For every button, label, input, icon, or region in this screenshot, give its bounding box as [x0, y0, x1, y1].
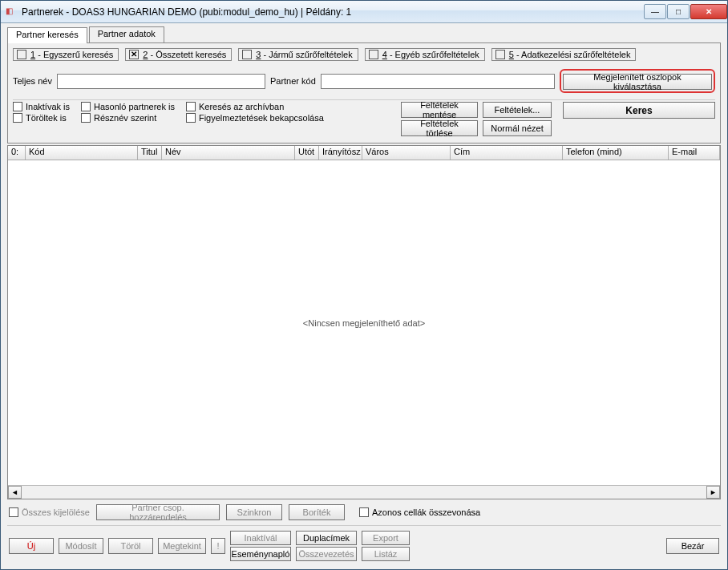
new-button[interactable]: Új [9, 538, 54, 554]
scroll-track[interactable] [22, 486, 706, 499]
grid-header-address[interactable]: Cím [451, 146, 563, 160]
grid-header-title[interactable]: Titul [138, 146, 162, 160]
cond-btn-col-1: Feltételek mentése Feltételek törlése [401, 102, 478, 136]
checkbox-icon [81, 113, 91, 123]
subtab-simple[interactable]: 1 - Egyszerű keresés [13, 48, 119, 61]
check-similar[interactable]: Hasonló partnerek is [81, 102, 175, 111]
check-archive[interactable]: Keresés az archívban [186, 102, 324, 111]
check-inactive[interactable]: Inaktívak is [13, 102, 70, 111]
grid-header-name[interactable]: Név [162, 146, 295, 160]
view-button[interactable]: Megtekint [158, 538, 206, 554]
tab-partner-search[interactable]: Partner keresés [7, 27, 87, 43]
normal-view-button[interactable]: Normál nézet [483, 120, 552, 136]
delete-conditions-button[interactable]: Feltételek törlése [401, 120, 478, 136]
fullname-label: Teljes név [13, 76, 52, 86]
partnercode-input[interactable] [321, 74, 555, 89]
checkbox-icon [13, 113, 22, 123]
delete-button[interactable]: Töröl [108, 538, 153, 554]
envelope-button[interactable]: Boríték [289, 504, 345, 520]
scroll-left-icon[interactable]: ◄ [8, 486, 22, 499]
check-merge-cells[interactable]: Azonos cellák összevonása [359, 507, 480, 517]
highlighted-area: Megjelenített oszlopok kiválasztása [560, 69, 715, 93]
grid-header-email[interactable]: E-mail [669, 146, 720, 160]
cond-btn-col-2: Feltételek... Normál nézet [483, 102, 552, 136]
checkbox-icon [495, 50, 505, 59]
subtab-other[interactable]: 4 - Egyéb szűrőfeltételek [365, 48, 485, 61]
checkbox-icon [359, 507, 369, 517]
checkbox-icon [369, 50, 378, 59]
inactivate-button[interactable]: Inaktívál [230, 531, 291, 545]
grid-header-city[interactable]: Város [362, 146, 451, 160]
search-btn-wrap: Keres [563, 102, 715, 119]
horizontal-scrollbar[interactable]: ◄ ► [8, 485, 720, 499]
scroll-right-icon[interactable]: ► [706, 486, 720, 499]
partnercode-label: Partner kód [270, 76, 316, 86]
close-dialog-button[interactable]: Bezár [666, 538, 719, 554]
check-col-1: Inaktívak is Töröltek is [13, 102, 70, 123]
checkbox-icon [81, 102, 91, 111]
name-code-row: Teljes név Partner kód Megjelenített osz… [13, 66, 715, 99]
maximize-button[interactable]: □ [667, 4, 690, 19]
subtab-complex[interactable]: ✕ 2 - Összetett keresés [125, 48, 232, 61]
options-row: Inaktívak is Töröltek is Hasonló partner… [13, 99, 715, 139]
stack-c: Export Listáz [362, 531, 410, 561]
check-col-3: Keresés az archívban Figyelmeztetések be… [186, 102, 324, 123]
checkbox-icon: ✕ [129, 50, 139, 59]
checkbox-icon [13, 102, 22, 111]
crud-buttons: Új Módosít Töröl Megtekint ! Inaktívál E… [9, 531, 410, 561]
subtab-vehicle[interactable]: 3 - Jármű szűrőfeltételek [238, 48, 358, 61]
conditions-button[interactable]: Feltételek... [483, 102, 552, 118]
check-select-all[interactable]: Összes kijelölése [9, 507, 90, 517]
minimize-button[interactable]: — [644, 4, 666, 19]
grid-header-phone[interactable]: Telefon (mind) [563, 146, 669, 160]
tab-partner-data[interactable]: Partner adatok [89, 26, 164, 42]
save-conditions-button[interactable]: Feltételek mentése [401, 102, 478, 118]
footer-row-2: Új Módosít Töröl Megtekint ! Inaktívál E… [7, 525, 721, 563]
search-button[interactable]: Keres [563, 102, 715, 119]
grid-header-suffix[interactable]: Utót [295, 146, 319, 160]
merge-button[interactable]: Összevezetés [296, 547, 357, 561]
export-button[interactable]: Export [362, 531, 410, 545]
window-controls: — □ ✕ [643, 4, 727, 19]
grid-header-zip[interactable]: Irányítósz [319, 146, 362, 160]
stack-a: Inaktívál Eseménynapló [230, 531, 291, 561]
bang-button[interactable]: ! [211, 538, 225, 554]
app-window: ◧ Partnerek - DOAS3 HUNGARIAN DEMO (pubi… [0, 0, 728, 570]
results-grid: 0: Kód Titul Név Utót Irányítósz Város C… [7, 145, 721, 499]
check-partname[interactable]: Résznév szerint [81, 113, 175, 123]
close-button[interactable]: ✕ [690, 4, 727, 19]
filter-subtabs: 1 - Egyszerű keresés ✕ 2 - Összetett ker… [13, 46, 715, 66]
main-tabs: Partner keresés Partner adatok [7, 26, 721, 42]
subtab-datahandling[interactable]: 5 - Adatkezelési szűrőfeltételek [491, 48, 637, 61]
checkbox-icon [9, 507, 18, 517]
grid-body: <Nincsen megjeleníthető adat> [8, 160, 720, 485]
sync-button[interactable]: Szinkron [226, 504, 282, 520]
check-col-2: Hasonló partnerek is Résznév szerint [81, 102, 175, 123]
check-warnings[interactable]: Figyelmeztetések bekapcsolása [186, 113, 324, 123]
checkbox-icon [186, 102, 196, 111]
check-deleted[interactable]: Töröltek is [13, 113, 70, 123]
footer-row-1: Összes kijelölése Partner csop. hozzáren… [7, 499, 721, 525]
content-area: Partner keresés Partner adatok 1 - Egysz… [1, 23, 727, 569]
fullname-input[interactable] [57, 74, 265, 89]
checkbox-icon [17, 50, 26, 59]
eventlog-button[interactable]: Eseménynapló [230, 547, 291, 561]
titlebar[interactable]: ◧ Partnerek - DOAS3 HUNGARIAN DEMO (pubi… [1, 1, 727, 23]
duplicates-button[interactable]: Duplacímek [296, 531, 357, 545]
checkbox-icon [186, 113, 196, 123]
grid-header-selector[interactable]: 0: [8, 146, 26, 160]
checkbox-icon [242, 50, 252, 59]
grid-header-code[interactable]: Kód [26, 146, 138, 160]
group-assign-button[interactable]: Partner csop. hozzárendelés [96, 504, 220, 520]
modify-button[interactable]: Módosít [59, 538, 103, 554]
stack-b: Duplacímek Összevezetés [296, 531, 357, 561]
search-panel: 1 - Egyszerű keresés ✕ 2 - Összetett ker… [7, 42, 721, 144]
grid-header: 0: Kód Titul Név Utót Irányítósz Város C… [8, 146, 720, 160]
grid-empty-text: <Nincsen megjeleníthető adat> [303, 318, 425, 328]
window-title: Partnerek - DOAS3 HUNGARIAN DEMO (pubi:m… [22, 6, 643, 18]
list-button[interactable]: Listáz [362, 547, 410, 561]
column-select-button[interactable]: Megjelenített oszlopok kiválasztása [563, 74, 712, 90]
app-icon: ◧ [6, 6, 17, 18]
